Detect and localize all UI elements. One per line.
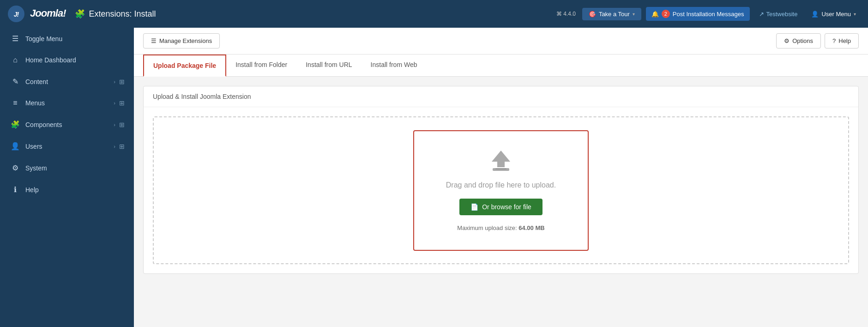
grid-icon: ⊞: [119, 121, 125, 128]
sidebar-toggle-label: Toggle Menu: [25, 35, 62, 42]
help-icon: ℹ: [11, 185, 20, 194]
menu-icon: ☰: [11, 34, 20, 43]
sidebar-item-content[interactable]: ✎ Content › ⊞: [0, 71, 134, 92]
sidebar-item-system[interactable]: ⚙ System: [0, 157, 134, 179]
dropzone-inner[interactable]: Drag and drop file here to upload. 📄 Or …: [413, 130, 589, 251]
puzzle-icon: 🧩: [75, 9, 85, 19]
components-icon: 🧩: [11, 120, 20, 129]
joomla-logo-text: J! Joomla!: [7, 5, 66, 23]
user-menu-button[interactable]: 👤 User Menu ▾: [807, 8, 861, 20]
tab-upload-package[interactable]: Upload Package File: [143, 54, 226, 77]
topbar: J! Joomla! 🧩 Extensions: Install ⌘ 4.4.0…: [0, 0, 868, 28]
options-button[interactable]: ⚙ Options: [776, 33, 821, 48]
upload-section-header: Upload & Install Joomla Extension: [144, 86, 858, 107]
chevron-right-icon: ›: [114, 144, 115, 149]
grid-icon: ⊞: [119, 99, 125, 107]
system-icon: ⚙: [11, 164, 20, 172]
website-button[interactable]: ↗ Testwebsite: [754, 8, 802, 20]
sidebar-item-help[interactable]: ℹ Help: [0, 179, 134, 200]
content-icon: ✎: [11, 77, 20, 86]
help-button[interactable]: ? Help: [825, 33, 859, 48]
question-icon: ?: [832, 37, 836, 44]
manage-extensions-button[interactable]: ☰ Manage Extensions: [143, 33, 220, 48]
version-badge: ⌘ 4.4.0: [556, 11, 576, 17]
tab-install-url[interactable]: Install from URL: [296, 54, 361, 77]
page-title: 🧩 Extensions: Install: [75, 9, 556, 19]
sidebar: ☰ Toggle Menu ⌂ Home Dashboard ✎ Content…: [0, 28, 134, 327]
tab-install-folder[interactable]: Install from Folder: [226, 54, 296, 77]
toolbar-left: ☰ Manage Extensions: [143, 33, 220, 48]
drag-drop-text: Drag and drop file here to upload.: [446, 181, 556, 189]
file-icon: 📄: [470, 203, 478, 211]
user-icon: 👤: [811, 11, 819, 18]
bell-icon: 🔔: [651, 11, 659, 18]
topbar-right: ⌘ 4.4.0 🎯 Take a Tour ▾ 🔔 2 Post Install…: [556, 7, 861, 21]
chevron-down-icon: ▾: [633, 12, 635, 17]
dropzone-outer[interactable]: Drag and drop file here to upload. 📄 Or …: [153, 116, 849, 264]
chevron-right-icon: ›: [114, 100, 115, 106]
sidebar-components-label: Components: [25, 121, 62, 128]
upload-icon: [488, 150, 514, 172]
steering-wheel-icon: 🎯: [589, 11, 596, 18]
tab-install-web[interactable]: Install from Web: [362, 54, 427, 77]
users-icon: 👤: [11, 142, 20, 151]
notification-count: 2: [662, 10, 670, 18]
upload-section-body: Drag and drop file here to upload. 📄 Or …: [144, 107, 858, 273]
main-content: Upload & Install Joomla Extension: [134, 77, 868, 327]
upload-section: Upload & Install Joomla Extension: [143, 86, 859, 274]
sidebar-system-label: System: [25, 164, 47, 172]
sidebar-help-label: Help: [25, 186, 39, 194]
take-tour-button[interactable]: 🎯 Take a Tour ▾: [582, 8, 641, 20]
sidebar-content-label: Content: [25, 78, 48, 85]
external-link-icon: ↗: [759, 11, 764, 18]
grid-icon: ⊞: [119, 143, 125, 150]
svg-text:J!: J!: [14, 11, 19, 18]
sidebar-home-label: Home Dashboard: [25, 56, 76, 64]
browse-for-file-button[interactable]: 📄 Or browse for file: [459, 199, 542, 215]
main-layout: ☰ Toggle Menu ⌂ Home Dashboard ✎ Content…: [0, 28, 868, 327]
sidebar-menus-label: Menus: [25, 99, 45, 107]
chevron-down-icon: ▾: [854, 12, 856, 17]
toolbar-right: ⚙ Options ? Help: [776, 33, 859, 48]
svg-marker-2: [492, 151, 510, 167]
list-icon: ☰: [151, 37, 157, 44]
tabs-container: Upload Package File Install from Folder …: [134, 54, 868, 77]
gear-icon: ⚙: [784, 37, 790, 44]
content-area: ☰ Manage Extensions ⚙ Options ? Help Upl…: [134, 28, 868, 327]
sidebar-item-components[interactable]: 🧩 Components › ⊞: [0, 114, 134, 135]
chevron-right-icon: ›: [114, 122, 115, 127]
grid-icon: ⊞: [119, 78, 125, 85]
chevron-right-icon: ›: [114, 79, 115, 85]
content-toolbar: ☰ Manage Extensions ⚙ Options ? Help: [134, 28, 868, 54]
sidebar-item-toggle[interactable]: ☰ Toggle Menu: [0, 28, 134, 49]
menus-icon: ≡: [11, 99, 20, 107]
sidebar-item-users[interactable]: 👤 Users › ⊞: [0, 135, 134, 157]
logo[interactable]: J! Joomla!: [7, 5, 66, 23]
upload-limit-text: Maximum upload size: 64.00 MB: [457, 224, 544, 231]
notifications-button[interactable]: 🔔 2 Post Installation Messages: [646, 7, 750, 21]
sidebar-item-menus[interactable]: ≡ Menus › ⊞: [0, 92, 134, 114]
upload-arrow-icon: [488, 150, 514, 172]
sidebar-users-label: Users: [25, 143, 42, 150]
sidebar-item-home[interactable]: ⌂ Home Dashboard: [0, 49, 134, 71]
upload-limit-value: 64.00 MB: [518, 224, 544, 231]
home-icon: ⌂: [11, 56, 20, 64]
svg-rect-4: [495, 168, 506, 170]
